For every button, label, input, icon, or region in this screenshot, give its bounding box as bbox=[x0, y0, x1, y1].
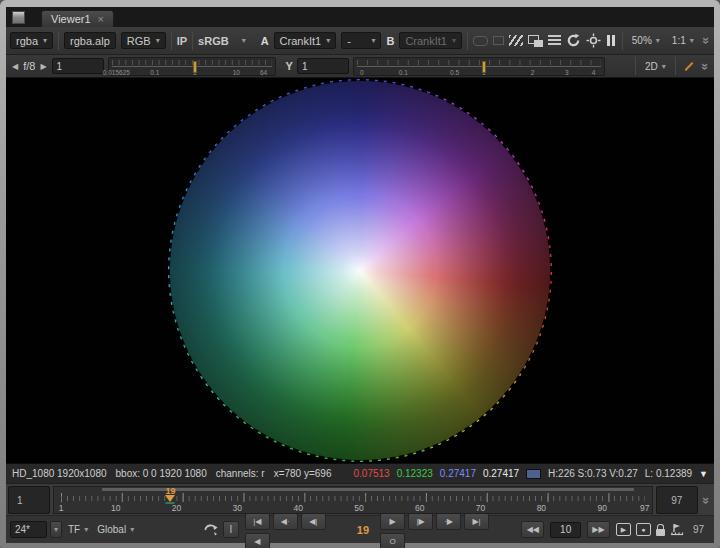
chevron-down-icon: ▾ bbox=[326, 36, 330, 45]
stack-mode-icon[interactable] bbox=[548, 32, 561, 50]
fstop-increase-button[interactable]: ▶ bbox=[39, 62, 47, 71]
chevron-down-icon: ▾ bbox=[156, 36, 160, 45]
display-channel-dropdown[interactable]: RGB ▾ bbox=[121, 32, 166, 49]
viewer-lut-dropdown[interactable]: sRGB bbox=[198, 35, 229, 47]
lock-range-icon[interactable] bbox=[656, 529, 665, 536]
b-input-dropdown[interactable]: CrankIt1 ▾ bbox=[399, 32, 462, 49]
blue-value: 0.27417 bbox=[440, 468, 476, 479]
record-icon[interactable]: ● bbox=[636, 523, 651, 536]
annotate-pencil-icon[interactable] bbox=[684, 61, 693, 70]
composite-overlay-icon[interactable] bbox=[528, 32, 543, 50]
timeline-tick-label: 30 bbox=[233, 503, 242, 513]
pixel-values: 0.07513 0.12323 0.27417 0.27417 H:226 S:… bbox=[353, 468, 708, 479]
loop-mode-button[interactable]: O bbox=[380, 533, 405, 548]
pause-icon[interactable] bbox=[606, 32, 617, 50]
tab-viewer1[interactable]: Viewer1 × bbox=[41, 10, 114, 27]
cached-frames-indicator bbox=[166, 502, 175, 504]
timeline: 1 110203040506070809097 19 97 » bbox=[6, 483, 714, 515]
chevron-down-icon[interactable]: ▾ bbox=[242, 36, 246, 45]
flipbook-play-icon[interactable]: ▶ bbox=[616, 523, 631, 536]
separator bbox=[192, 32, 193, 50]
wipe-icon[interactable] bbox=[509, 32, 523, 50]
fstop-decrease-button[interactable]: ◀ bbox=[11, 62, 19, 71]
frame-in-button[interactable]: I bbox=[223, 521, 239, 538]
gain-tick-label: 0.015625 bbox=[103, 69, 130, 76]
play-forward-button[interactable]: ▶ bbox=[380, 513, 405, 530]
more-tools-icon[interactable]: » bbox=[699, 37, 714, 44]
zoom-level-dropdown[interactable]: 50% ▾ bbox=[629, 35, 663, 46]
frame-marker-icon[interactable] bbox=[670, 523, 684, 536]
playhead-marker-icon[interactable] bbox=[165, 495, 175, 502]
wipe-mode-dropdown[interactable]: - ▾ bbox=[341, 32, 381, 49]
color-wheel[interactable] bbox=[168, 79, 552, 462]
playback-loop-icon[interactable] bbox=[202, 521, 220, 539]
viewer-canvas[interactable] bbox=[6, 78, 714, 463]
chevron-down-icon: ▾ bbox=[690, 36, 694, 45]
gamma-tick-label: 2 bbox=[531, 69, 535, 76]
roi-icon[interactable] bbox=[586, 32, 601, 50]
format-crop-icon[interactable] bbox=[493, 32, 504, 50]
alpha-channel-dropdown[interactable]: rgba.alp bbox=[64, 32, 116, 49]
separator bbox=[58, 32, 59, 50]
mask-overlay-icon[interactable] bbox=[473, 32, 488, 50]
timeline-ruler[interactable]: 110203040506070809097 19 bbox=[53, 486, 653, 514]
jump-forward-button[interactable]: ▶▶ bbox=[587, 521, 610, 538]
next-frame-button[interactable]: |▶ bbox=[408, 513, 433, 530]
a-input-dropdown[interactable]: CrankIt1 ▾ bbox=[274, 32, 337, 49]
gamma-tick-label: 0 bbox=[360, 69, 364, 76]
alpha-value: 0.27417 bbox=[483, 468, 519, 479]
color-wheel-ring bbox=[167, 78, 553, 463]
range-start-input[interactable]: 1 bbox=[8, 486, 50, 514]
bbox-info: bbox: 0 0 1920 1080 bbox=[116, 468, 207, 479]
gamma-input[interactable]: 1 bbox=[297, 58, 349, 74]
frame-increment-input[interactable]: 10 bbox=[550, 522, 581, 538]
timeline-filter-dropdown[interactable]: TF ▾ bbox=[65, 524, 91, 535]
gain-gamma-toolbar: ◀ f/8 ▶ 1 0.0156250.111064 Y 1 00.10.512… bbox=[6, 55, 714, 78]
zoom-level-value: 50% bbox=[632, 35, 652, 46]
view-mode-value: 2D bbox=[645, 61, 658, 72]
gamma-slider[interactable]: 00.10.51234 bbox=[353, 57, 605, 76]
viewer-window: Viewer1 × rgba ▾ rgba.alp RGB ▾ IP sRGB … bbox=[0, 0, 720, 548]
view-mode-dropdown[interactable]: 2D ▾ bbox=[642, 61, 669, 72]
jump-back-button[interactable]: ◀◀ bbox=[521, 521, 544, 538]
chevron-down-icon: ▾ bbox=[656, 36, 660, 45]
chevron-down-icon: ▾ bbox=[54, 525, 58, 534]
current-frame-display[interactable]: 19 bbox=[357, 524, 369, 536]
first-frame-button[interactable]: |◀ bbox=[245, 513, 270, 530]
status-expand-icon[interactable]: ▼ bbox=[699, 469, 708, 479]
pixel-aspect-dropdown[interactable]: 1:1 ▾ bbox=[669, 35, 697, 46]
layer-value: rgba bbox=[16, 35, 38, 47]
gain-input[interactable]: 1 bbox=[52, 58, 104, 74]
range-end-input[interactable]: 97 bbox=[656, 486, 698, 514]
gain-tick-label: 0.1 bbox=[150, 69, 159, 76]
fps-input[interactable]: 24* bbox=[10, 521, 47, 538]
next-keyframe-button[interactable]: ·▶ bbox=[436, 513, 461, 530]
separator bbox=[635, 57, 636, 75]
gamma-slider-handle[interactable] bbox=[482, 61, 486, 73]
red-value: 0.07513 bbox=[353, 468, 389, 479]
prev-keyframe-button[interactable]: ◀· bbox=[273, 513, 298, 530]
timeline-more-icon[interactable]: » bbox=[699, 496, 714, 503]
pixel-aspect-value: 1:1 bbox=[672, 35, 686, 46]
cursor-coords: x=780 y=696 bbox=[274, 468, 332, 479]
last-frame-button[interactable]: ▶| bbox=[464, 513, 489, 530]
gain-slider-labels: 0.0156250.111064 bbox=[112, 67, 272, 75]
gain-slider-handle[interactable] bbox=[193, 61, 197, 73]
prev-frame-button[interactable]: ◀| bbox=[301, 513, 326, 530]
gain-slider[interactable]: 0.0156250.111064 bbox=[108, 57, 276, 76]
more-options-icon[interactable]: » bbox=[698, 62, 713, 69]
wipe-mode-value: - bbox=[347, 35, 366, 47]
play-backward-button[interactable]: ◀ bbox=[245, 533, 270, 548]
separator bbox=[171, 32, 172, 50]
separator bbox=[675, 57, 676, 75]
input-process-toggle[interactable]: IP bbox=[177, 35, 187, 47]
tab-close-icon[interactable]: × bbox=[98, 14, 104, 24]
layer-dropdown[interactable]: rgba ▾ bbox=[10, 32, 53, 49]
transport-bar: 24* ▾ TF ▾ Global ▾ I |◀◀·◀|◀ 19 ▶|▶·▶▶|… bbox=[6, 515, 714, 543]
fps-dropdown-button[interactable]: ▾ bbox=[50, 521, 62, 538]
frame-range-mode-dropdown[interactable]: Global ▾ bbox=[94, 524, 137, 535]
back-buttons: |◀◀·◀|◀ bbox=[245, 510, 346, 548]
pane-menu-icon[interactable] bbox=[12, 11, 25, 24]
refresh-icon[interactable] bbox=[566, 32, 581, 50]
timeline-tick-label: 1 bbox=[59, 503, 64, 513]
